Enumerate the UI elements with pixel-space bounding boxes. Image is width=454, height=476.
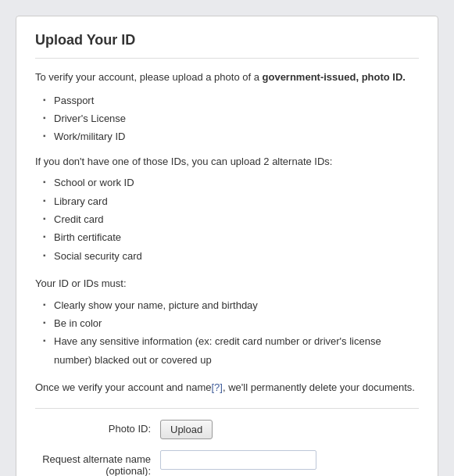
alternate-name-row: Request alternate name (optional):: [35, 450, 419, 476]
list-item: Have any sensitive information (ex: cred…: [43, 332, 419, 369]
requirements-list: Clearly show your name, picture and birt…: [35, 296, 419, 370]
list-item: Social security card: [43, 247, 419, 265]
alternate-name-input[interactable]: [160, 450, 316, 470]
photo-id-row: Photo ID: Upload: [35, 420, 419, 439]
upload-button[interactable]: Upload: [160, 420, 213, 439]
list-item: Passport: [43, 91, 419, 109]
alternate-name-label: Request alternate name (optional):: [35, 450, 160, 476]
list-item: School or work ID: [43, 174, 419, 191]
photo-id-field: Upload: [160, 420, 419, 439]
intro-paragraph: To verify your account, please upload a …: [35, 70, 419, 85]
alt-id-list: School or work ID Library card Credit ca…: [35, 174, 419, 265]
list-item: Driver's License: [43, 109, 419, 127]
primary-id-list: Passport Driver's License Work/military …: [35, 91, 419, 146]
intro-text-before: To verify your account, please upload a …: [35, 71, 263, 83]
list-item: Library card: [43, 192, 419, 210]
intro-text-bold: government-issued, photo ID.: [263, 71, 406, 83]
divider-1: [35, 408, 419, 409]
verify-link[interactable]: [?]: [211, 381, 222, 393]
requirements-section: Your ID or IDs must: Clearly show your n…: [35, 276, 419, 369]
list-item: Work/military ID: [43, 127, 419, 145]
verify-text-after: , we'll permanently delete your document…: [223, 381, 415, 393]
list-item: Be in color: [43, 314, 419, 332]
intro-section: To verify your account, please upload a …: [35, 70, 419, 265]
alt-id-intro: If you don't have one of those IDs, you …: [35, 154, 419, 170]
upload-id-card: Upload Your ID To verify your account, p…: [16, 16, 438, 476]
page-title: Upload Your ID: [35, 32, 419, 59]
list-item: Credit card: [43, 210, 419, 228]
requirements-intro: Your ID or IDs must:: [35, 276, 419, 292]
photo-id-label: Photo ID:: [35, 420, 160, 435]
list-item: Birth certificate: [43, 228, 419, 246]
list-item: Clearly show your name, picture and birt…: [43, 296, 419, 314]
alternate-name-field: [160, 450, 419, 470]
verify-text-before: Once we verify your account and name: [35, 381, 211, 393]
verify-paragraph: Once we verify your account and name[?],…: [35, 380, 419, 395]
